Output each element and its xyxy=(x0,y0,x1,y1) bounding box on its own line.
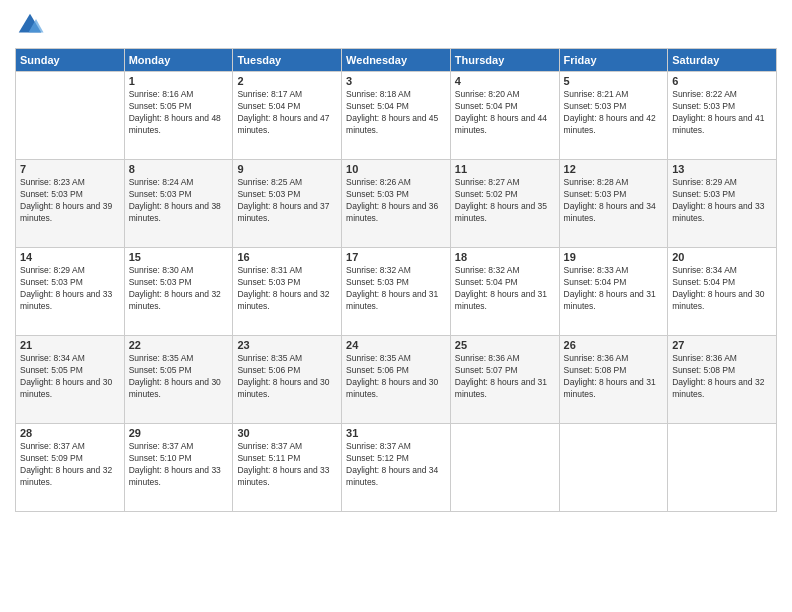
day-number: 12 xyxy=(564,163,664,175)
day-number: 27 xyxy=(672,339,772,351)
calendar-cell: 20Sunrise: 8:34 AMSunset: 5:04 PMDayligh… xyxy=(668,248,777,336)
calendar-cell: 13Sunrise: 8:29 AMSunset: 5:03 PMDayligh… xyxy=(668,160,777,248)
day-number: 25 xyxy=(455,339,555,351)
calendar-week-row: 28Sunrise: 8:37 AMSunset: 5:09 PMDayligh… xyxy=(16,424,777,512)
weekday-header: Saturday xyxy=(668,49,777,72)
weekday-header: Friday xyxy=(559,49,668,72)
day-number: 3 xyxy=(346,75,446,87)
calendar-cell: 6Sunrise: 8:22 AMSunset: 5:03 PMDaylight… xyxy=(668,72,777,160)
day-number: 13 xyxy=(672,163,772,175)
day-info: Sunrise: 8:37 AMSunset: 5:12 PMDaylight:… xyxy=(346,441,446,489)
day-info: Sunrise: 8:22 AMSunset: 5:03 PMDaylight:… xyxy=(672,89,772,137)
calendar-cell: 23Sunrise: 8:35 AMSunset: 5:06 PMDayligh… xyxy=(233,336,342,424)
calendar-cell: 16Sunrise: 8:31 AMSunset: 5:03 PMDayligh… xyxy=(233,248,342,336)
calendar-cell: 24Sunrise: 8:35 AMSunset: 5:06 PMDayligh… xyxy=(342,336,451,424)
day-info: Sunrise: 8:36 AMSunset: 5:08 PMDaylight:… xyxy=(672,353,772,401)
weekday-header: Wednesday xyxy=(342,49,451,72)
day-info: Sunrise: 8:36 AMSunset: 5:07 PMDaylight:… xyxy=(455,353,555,401)
calendar-cell xyxy=(559,424,668,512)
calendar-cell: 15Sunrise: 8:30 AMSunset: 5:03 PMDayligh… xyxy=(124,248,233,336)
calendar-header-row: SundayMondayTuesdayWednesdayThursdayFrid… xyxy=(16,49,777,72)
day-info: Sunrise: 8:29 AMSunset: 5:03 PMDaylight:… xyxy=(672,177,772,225)
day-number: 18 xyxy=(455,251,555,263)
weekday-header: Thursday xyxy=(450,49,559,72)
day-info: Sunrise: 8:31 AMSunset: 5:03 PMDaylight:… xyxy=(237,265,337,313)
day-info: Sunrise: 8:30 AMSunset: 5:03 PMDaylight:… xyxy=(129,265,229,313)
day-number: 5 xyxy=(564,75,664,87)
day-number: 23 xyxy=(237,339,337,351)
calendar-cell: 10Sunrise: 8:26 AMSunset: 5:03 PMDayligh… xyxy=(342,160,451,248)
weekday-header: Monday xyxy=(124,49,233,72)
day-info: Sunrise: 8:32 AMSunset: 5:03 PMDaylight:… xyxy=(346,265,446,313)
calendar-cell: 19Sunrise: 8:33 AMSunset: 5:04 PMDayligh… xyxy=(559,248,668,336)
day-info: Sunrise: 8:16 AMSunset: 5:05 PMDaylight:… xyxy=(129,89,229,137)
day-number: 15 xyxy=(129,251,229,263)
calendar-cell: 2Sunrise: 8:17 AMSunset: 5:04 PMDaylight… xyxy=(233,72,342,160)
day-number: 29 xyxy=(129,427,229,439)
day-number: 1 xyxy=(129,75,229,87)
day-info: Sunrise: 8:20 AMSunset: 5:04 PMDaylight:… xyxy=(455,89,555,137)
calendar-cell xyxy=(450,424,559,512)
day-number: 17 xyxy=(346,251,446,263)
day-info: Sunrise: 8:25 AMSunset: 5:03 PMDaylight:… xyxy=(237,177,337,225)
calendar-cell: 1Sunrise: 8:16 AMSunset: 5:05 PMDaylight… xyxy=(124,72,233,160)
page: SundayMondayTuesdayWednesdayThursdayFrid… xyxy=(0,0,792,612)
calendar-cell: 11Sunrise: 8:27 AMSunset: 5:02 PMDayligh… xyxy=(450,160,559,248)
calendar-cell: 29Sunrise: 8:37 AMSunset: 5:10 PMDayligh… xyxy=(124,424,233,512)
day-number: 16 xyxy=(237,251,337,263)
calendar-week-row: 21Sunrise: 8:34 AMSunset: 5:05 PMDayligh… xyxy=(16,336,777,424)
day-number: 20 xyxy=(672,251,772,263)
day-number: 8 xyxy=(129,163,229,175)
day-number: 11 xyxy=(455,163,555,175)
calendar-cell: 22Sunrise: 8:35 AMSunset: 5:05 PMDayligh… xyxy=(124,336,233,424)
header xyxy=(15,10,777,40)
calendar-cell xyxy=(668,424,777,512)
calendar-cell: 8Sunrise: 8:24 AMSunset: 5:03 PMDaylight… xyxy=(124,160,233,248)
calendar-cell: 18Sunrise: 8:32 AMSunset: 5:04 PMDayligh… xyxy=(450,248,559,336)
day-info: Sunrise: 8:35 AMSunset: 5:06 PMDaylight:… xyxy=(346,353,446,401)
calendar-cell: 5Sunrise: 8:21 AMSunset: 5:03 PMDaylight… xyxy=(559,72,668,160)
day-info: Sunrise: 8:28 AMSunset: 5:03 PMDaylight:… xyxy=(564,177,664,225)
weekday-header: Tuesday xyxy=(233,49,342,72)
calendar-cell: 30Sunrise: 8:37 AMSunset: 5:11 PMDayligh… xyxy=(233,424,342,512)
day-info: Sunrise: 8:32 AMSunset: 5:04 PMDaylight:… xyxy=(455,265,555,313)
calendar-week-row: 7Sunrise: 8:23 AMSunset: 5:03 PMDaylight… xyxy=(16,160,777,248)
day-info: Sunrise: 8:23 AMSunset: 5:03 PMDaylight:… xyxy=(20,177,120,225)
calendar-cell: 31Sunrise: 8:37 AMSunset: 5:12 PMDayligh… xyxy=(342,424,451,512)
day-info: Sunrise: 8:26 AMSunset: 5:03 PMDaylight:… xyxy=(346,177,446,225)
calendar-cell: 25Sunrise: 8:36 AMSunset: 5:07 PMDayligh… xyxy=(450,336,559,424)
day-info: Sunrise: 8:24 AMSunset: 5:03 PMDaylight:… xyxy=(129,177,229,225)
day-info: Sunrise: 8:18 AMSunset: 5:04 PMDaylight:… xyxy=(346,89,446,137)
calendar-cell: 12Sunrise: 8:28 AMSunset: 5:03 PMDayligh… xyxy=(559,160,668,248)
day-number: 7 xyxy=(20,163,120,175)
day-number: 30 xyxy=(237,427,337,439)
day-number: 2 xyxy=(237,75,337,87)
calendar-cell: 7Sunrise: 8:23 AMSunset: 5:03 PMDaylight… xyxy=(16,160,125,248)
weekday-header: Sunday xyxy=(16,49,125,72)
logo xyxy=(15,10,49,40)
calendar-week-row: 14Sunrise: 8:29 AMSunset: 5:03 PMDayligh… xyxy=(16,248,777,336)
day-number: 14 xyxy=(20,251,120,263)
calendar-cell: 17Sunrise: 8:32 AMSunset: 5:03 PMDayligh… xyxy=(342,248,451,336)
calendar-cell: 4Sunrise: 8:20 AMSunset: 5:04 PMDaylight… xyxy=(450,72,559,160)
calendar: SundayMondayTuesdayWednesdayThursdayFrid… xyxy=(15,48,777,512)
day-info: Sunrise: 8:37 AMSunset: 5:10 PMDaylight:… xyxy=(129,441,229,489)
calendar-cell: 9Sunrise: 8:25 AMSunset: 5:03 PMDaylight… xyxy=(233,160,342,248)
day-number: 9 xyxy=(237,163,337,175)
calendar-cell: 27Sunrise: 8:36 AMSunset: 5:08 PMDayligh… xyxy=(668,336,777,424)
day-info: Sunrise: 8:17 AMSunset: 5:04 PMDaylight:… xyxy=(237,89,337,137)
day-number: 4 xyxy=(455,75,555,87)
calendar-cell: 28Sunrise: 8:37 AMSunset: 5:09 PMDayligh… xyxy=(16,424,125,512)
day-number: 26 xyxy=(564,339,664,351)
day-info: Sunrise: 8:36 AMSunset: 5:08 PMDaylight:… xyxy=(564,353,664,401)
day-info: Sunrise: 8:37 AMSunset: 5:11 PMDaylight:… xyxy=(237,441,337,489)
day-info: Sunrise: 8:34 AMSunset: 5:05 PMDaylight:… xyxy=(20,353,120,401)
calendar-cell xyxy=(16,72,125,160)
calendar-week-row: 1Sunrise: 8:16 AMSunset: 5:05 PMDaylight… xyxy=(16,72,777,160)
day-number: 19 xyxy=(564,251,664,263)
day-info: Sunrise: 8:35 AMSunset: 5:06 PMDaylight:… xyxy=(237,353,337,401)
day-number: 6 xyxy=(672,75,772,87)
logo-icon xyxy=(15,10,45,40)
day-info: Sunrise: 8:29 AMSunset: 5:03 PMDaylight:… xyxy=(20,265,120,313)
day-info: Sunrise: 8:33 AMSunset: 5:04 PMDaylight:… xyxy=(564,265,664,313)
